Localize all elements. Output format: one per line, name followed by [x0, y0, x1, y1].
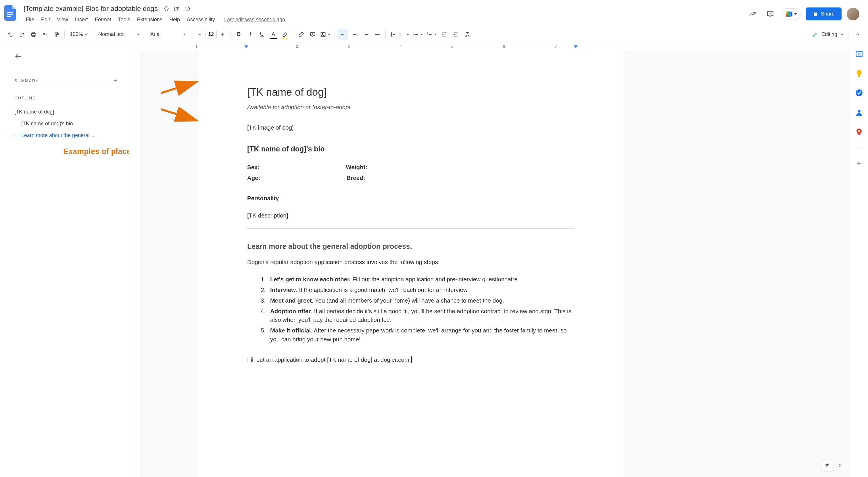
personality-label[interactable]: Personality: [247, 194, 575, 203]
activity-icon[interactable]: [746, 8, 759, 21]
font-dropdown[interactable]: Arial: [148, 29, 188, 40]
menu-extensions[interactable]: Extensions: [134, 15, 165, 25]
outline-panel: SUMMARY + OUTLINE [TK name of dog] [TK n…: [0, 42, 129, 477]
description-placeholder[interactable]: [TK description]: [247, 211, 575, 220]
divider: [247, 228, 575, 228]
collapse-toolbar-button[interactable]: [852, 29, 863, 40]
align-justify-button[interactable]: [372, 29, 382, 40]
keep-icon[interactable]: [855, 69, 863, 77]
bullet-list-button[interactable]: [411, 29, 424, 40]
underline-button[interactable]: U: [257, 29, 267, 40]
last-edit-link[interactable]: Last edit was seconds ago: [224, 17, 285, 23]
align-right-button[interactable]: [361, 29, 371, 40]
add-summary-button[interactable]: +: [113, 77, 118, 85]
side-next-icon[interactable]: ›: [838, 461, 841, 470]
editor-canvas[interactable]: 1 2 3 4 5 6 7 [TK name of dog] Availabl: [129, 42, 849, 477]
move-icon[interactable]: [173, 5, 180, 12]
zoom-dropdown[interactable]: 100%: [67, 29, 90, 40]
svg-rect-11: [321, 32, 326, 36]
print-button[interactable]: [28, 29, 38, 40]
menu-help[interactable]: Help: [166, 15, 183, 25]
menu-insert[interactable]: Insert: [72, 15, 91, 25]
highlight-button[interactable]: [280, 29, 290, 40]
outline-close-button[interactable]: [14, 52, 25, 63]
svg-line-57: [161, 82, 195, 93]
doc-image-placeholder[interactable]: [TK image of dog]: [247, 123, 575, 132]
menu-file[interactable]: File: [23, 15, 37, 25]
meta-breed[interactable]: Breed:: [347, 173, 365, 183]
menu-edit[interactable]: Edit: [38, 15, 53, 25]
outline-item-2[interactable]: Learn more about the general …: [21, 130, 118, 141]
meta-age[interactable]: Age:: [247, 173, 260, 183]
redo-button[interactable]: [17, 29, 27, 40]
editing-mode-dropdown[interactable]: Editing: [808, 29, 848, 40]
step-1: Let's get to know each other. Fill out t…: [267, 275, 575, 284]
bold-button[interactable]: B: [234, 29, 244, 40]
svg-marker-3: [164, 6, 169, 11]
outline-label: OUTLINE: [14, 96, 36, 100]
svg-marker-54: [244, 45, 248, 48]
indent-marker-right-icon[interactable]: [574, 45, 578, 50]
contacts-icon[interactable]: [855, 108, 863, 117]
doc-h3-learn[interactable]: Learn more about the general adoption pr…: [247, 241, 575, 252]
fontsize-decrease[interactable]: −: [194, 29, 205, 40]
indent-decrease-button[interactable]: [439, 29, 450, 40]
explore-button[interactable]: [821, 459, 833, 471]
meta-weight[interactable]: Weight:: [346, 163, 367, 172]
doc-h1[interactable]: [TK name of dog]: [247, 85, 575, 100]
maps-icon[interactable]: [855, 128, 863, 136]
numbered-list-button[interactable]: 12: [425, 29, 438, 40]
comment-button[interactable]: [308, 29, 318, 40]
menu-accessibility[interactable]: Accessibility: [184, 15, 218, 25]
clear-format-button[interactable]: [462, 29, 472, 40]
align-center-button[interactable]: [349, 29, 360, 40]
star-icon[interactable]: [163, 5, 170, 12]
horizontal-ruler[interactable]: 1 2 3 4 5 6 7: [129, 42, 849, 50]
addons-icon[interactable]: +: [855, 158, 863, 167]
fillout-text[interactable]: Fill out an application to adopt [TK nam…: [247, 355, 575, 364]
docs-logo[interactable]: [3, 3, 17, 23]
paint-format-button[interactable]: [51, 29, 62, 40]
undo-button[interactable]: [5, 29, 16, 40]
line-spacing-button[interactable]: [389, 29, 397, 40]
meet-button[interactable]: [782, 8, 801, 20]
fontsize-increase[interactable]: +: [217, 29, 228, 40]
doc-subtitle[interactable]: Available for adoption or foster-to-adop…: [247, 103, 575, 112]
comments-icon[interactable]: [764, 8, 777, 21]
vertical-ruler[interactable]: [129, 50, 141, 477]
account-avatar[interactable]: [847, 8, 859, 21]
document-page[interactable]: [TK name of dog] Available for adoption …: [198, 50, 624, 477]
svg-rect-0: [7, 12, 13, 13]
align-left-button[interactable]: [338, 29, 348, 40]
menu-view[interactable]: View: [54, 15, 71, 25]
fontsize-input[interactable]: [205, 30, 217, 39]
side-panel: 31 +: [849, 42, 868, 477]
image-button[interactable]: [319, 29, 332, 40]
link-button[interactable]: [296, 29, 306, 40]
share-button[interactable]: Share: [806, 7, 842, 21]
process-steps[interactable]: Let's get to know each other. Fill out t…: [247, 275, 575, 344]
cloud-status-icon[interactable]: [184, 5, 191, 12]
calendar-icon[interactable]: 31: [855, 50, 863, 58]
annotation-arrow-1-icon: [161, 79, 201, 96]
italic-button[interactable]: I: [245, 29, 255, 40]
process-intro[interactable]: Dogier's regular adoption application pr…: [247, 258, 575, 267]
svg-point-66: [858, 130, 860, 132]
checklist-button[interactable]: [398, 29, 410, 40]
spellcheck-button[interactable]: [40, 29, 50, 40]
svg-rect-34: [415, 33, 417, 33]
indent-increase-button[interactable]: [451, 29, 461, 40]
menu-tools[interactable]: Tools: [115, 15, 133, 25]
style-dropdown[interactable]: Normal text: [96, 29, 142, 40]
step-3: Meet and greet. You (and all members of …: [267, 296, 575, 305]
tasks-icon[interactable]: [855, 89, 863, 97]
meta-sex[interactable]: Sex:: [247, 163, 259, 172]
menu-format[interactable]: Format: [92, 15, 114, 25]
outline-item-1[interactable]: [TK name of dog]'s bio: [21, 118, 118, 130]
doc-h2-bio[interactable]: [TK name of dog]'s bio: [247, 144, 575, 155]
indent-marker-left-icon[interactable]: [244, 45, 248, 50]
svg-point-31: [413, 32, 414, 33]
text-color-button[interactable]: A: [268, 29, 279, 40]
outline-item-0[interactable]: [TK name of dog]: [14, 106, 118, 118]
document-title[interactable]: [Template example] Bios for adoptable do…: [22, 4, 159, 13]
